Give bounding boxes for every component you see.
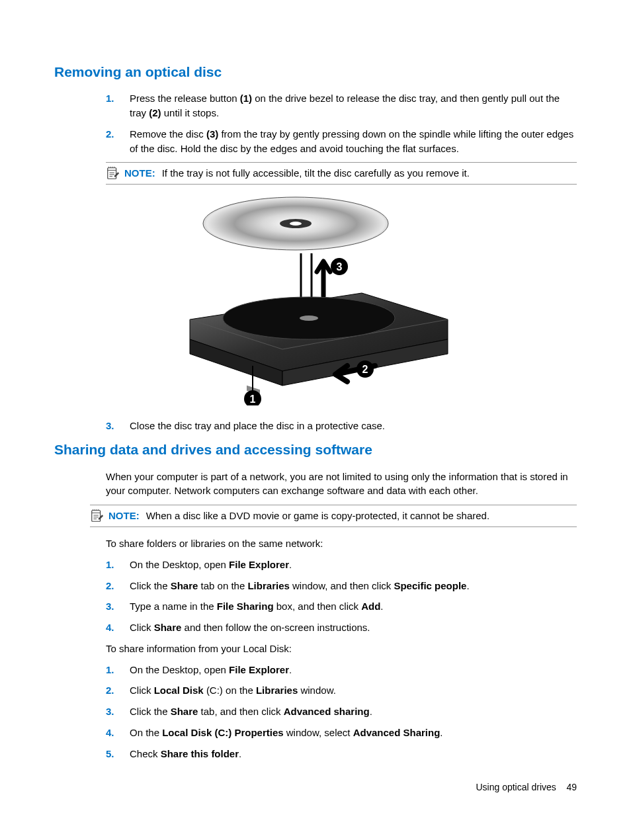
- paragraph: To share information from your Local Dis…: [106, 642, 577, 656]
- list-item: 5.Check Share this folder.: [106, 747, 577, 761]
- note-text: When a disc like a DVD movie or game is …: [146, 510, 489, 521]
- svg-text:1: 1: [250, 394, 256, 405]
- paragraph: To share folders or libraries on the sam…: [106, 536, 577, 551]
- note-block: NOTE:If the tray is not fully accessible…: [106, 162, 577, 185]
- step-text: On the Desktop, open File Explorer.: [130, 663, 577, 677]
- steps-list-1b: 3. Close the disc tray and place the dis…: [106, 419, 577, 433]
- list-item: 2.Click Local Disk (C:) on the Libraries…: [106, 683, 577, 698]
- list-item: 3.Click the Share tab, and then click Ad…: [106, 704, 577, 719]
- step-text: On the Local Disk (C:) Properties window…: [130, 726, 577, 740]
- note-block: NOTE:When a disc like a DVD movie or gam…: [90, 505, 577, 527]
- list-item: 1.On the Desktop, open File Explorer.: [106, 558, 577, 572]
- step-number: 3.: [106, 704, 130, 719]
- intro-paragraph: When your computer is part of a network,…: [106, 470, 577, 499]
- step-number: 4.: [106, 726, 130, 740]
- step-number: 1.: [106, 663, 130, 677]
- page-footer: Using optical drives 49: [476, 780, 577, 794]
- step-number: 1.: [106, 558, 130, 572]
- list-item: 4.Click Share and then follow the on-scr…: [106, 620, 577, 635]
- list-item: 2.Click the Share tab on the Libraries w…: [106, 579, 577, 593]
- note-icon: [90, 509, 105, 523]
- note-label: NOTE:: [124, 167, 155, 179]
- step-text: Click the Share tab, and then click Adva…: [130, 704, 577, 719]
- step-number: 2.: [106, 127, 130, 156]
- step-number: 4.: [106, 620, 130, 635]
- step-number: 2.: [106, 683, 130, 698]
- list-item: 4.On the Local Disk (C:) Properties wind…: [106, 726, 577, 740]
- svg-text:2: 2: [362, 364, 368, 375]
- note-label: NOTE:: [108, 510, 140, 521]
- list-item: 3. Close the disc tray and place the dis…: [106, 419, 577, 433]
- svg-point-9: [300, 315, 318, 321]
- note-content: NOTE:When a disc like a DVD movie or gam…: [108, 509, 489, 523]
- steps-list-a: 1.On the Desktop, open File Explorer. 2.…: [106, 558, 577, 635]
- step-number: 3.: [106, 419, 130, 433]
- footer-text: Using optical drives: [476, 782, 556, 792]
- step-text: Click Share and then follow the on-scree…: [130, 620, 577, 635]
- step-text: Click the Share tab on the Libraries win…: [130, 579, 577, 593]
- heading-removing-optical-disc: Removing an optical disc: [54, 62, 577, 82]
- note-icon: [106, 166, 120, 181]
- step-number: 1.: [106, 91, 130, 120]
- step-text: Close the disc tray and place the disc i…: [130, 419, 577, 433]
- step-text: Click Local Disk (C:) on the Libraries w…: [130, 683, 577, 698]
- step-number: 2.: [106, 579, 130, 593]
- note-content: NOTE:If the tray is not fully accessible…: [124, 166, 470, 181]
- list-item: 2. Remove the disc (3) from the tray by …: [106, 127, 577, 156]
- step-text: On the Desktop, open File Explorer.: [130, 558, 577, 572]
- svg-rect-0: [108, 168, 116, 179]
- step-number: 5.: [106, 747, 130, 761]
- step-number: 3.: [106, 599, 130, 614]
- page-number: 49: [566, 782, 577, 792]
- steps-list-1: 1. Press the release button (1) on the d…: [106, 91, 577, 155]
- note-text: If the tray is not fully accessible, til…: [162, 167, 470, 179]
- step-text: Press the release button (1) on the driv…: [130, 91, 577, 120]
- steps-list-b: 1.On the Desktop, open File Explorer. 2.…: [106, 663, 577, 761]
- step-text: Check Share this folder.: [130, 747, 577, 761]
- svg-text:3: 3: [337, 261, 343, 273]
- svg-point-3: [290, 222, 302, 226]
- list-item: 3.Type a name in the File Sharing box, a…: [106, 599, 577, 614]
- list-item: 1. Press the release button (1) on the d…: [106, 91, 577, 120]
- optical-drive-diagram: 3 1 2: [170, 194, 461, 405]
- svg-rect-16: [92, 511, 101, 522]
- step-text: Remove the disc (3) from the tray by gen…: [130, 127, 577, 156]
- list-item: 1.On the Desktop, open File Explorer.: [106, 663, 577, 677]
- step-text: Type a name in the File Sharing box, and…: [130, 599, 577, 614]
- heading-sharing-data: Sharing data and drives and accessing so…: [54, 440, 577, 460]
